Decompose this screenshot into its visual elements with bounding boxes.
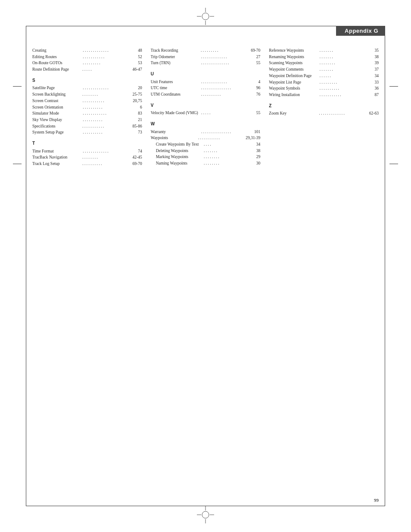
list-item: Warranty . . . . . . . . . . . . . . . 1…	[151, 129, 261, 135]
list-item: Velocity Made Good (VMG) . . . . . 55	[151, 110, 261, 116]
list-item: Satellite Page . . . . . . . . . . . . .…	[32, 85, 142, 91]
section-header-w: W	[151, 121, 261, 128]
list-item: Unit Features . . . . . . . . . . . . . …	[151, 79, 261, 85]
column-1: Creating . . . . . . . . . . . . . 48 Ed…	[32, 47, 142, 171]
list-item: UTM Coordinates . . . . . . . . . . 76	[151, 91, 261, 98]
left-border	[26, 26, 26, 506]
svg-point-0	[202, 13, 209, 20]
col2-section-v: V Velocity Made Good (VMG) . . . . . 55	[151, 102, 261, 116]
list-item: On-Route GOTOs . . . . . . . . . 53	[32, 60, 142, 66]
list-item: Waypoint List Page . . . . . . . . . 33	[269, 79, 379, 86]
list-item: Wiring Installation . . . . . . . . . . …	[269, 92, 379, 98]
crosshair-top	[197, 8, 214, 26]
list-item: Trip Odometer . . . . . . . . . . . . . …	[151, 54, 261, 60]
margin-mark	[389, 86, 398, 87]
list-item: Renaming Waypoints . . . . . . . 38	[269, 54, 379, 60]
list-item: Sky View Display . . . . . . . . . . 21	[32, 117, 142, 123]
column-2: Track Recording . . . . . . . . . 69-70 …	[151, 47, 261, 171]
list-item: Screen Backlighting . . . . . . . . 25-7…	[32, 91, 142, 98]
content-area: Creating . . . . . . . . . . . . . 48 Ed…	[32, 34, 379, 498]
list-item: Simulator Mode . . . . . . . . . . . . 8…	[32, 110, 142, 117]
list-item: Specifications . . . . . . . . . . . 85-…	[32, 123, 142, 130]
list-item: Waypoints . . . . . . . . . . . 29,31-39	[151, 135, 261, 141]
col3-top-entries: Reference Waypoints . . . . . . . 35 Ren…	[269, 47, 379, 98]
col2-section-w: W Warranty . . . . . . . . . . . . . . .…	[151, 121, 261, 167]
list-item: Route Definition Page . . . . . 46-47	[32, 66, 142, 73]
list-item: Create Waypoints By Text . . . . 34	[151, 141, 261, 148]
col1-section-t: T Time Format . . . . . . . . . . . . . …	[32, 140, 142, 167]
list-item: TracBack Navigation . . . . . . . . 42-4…	[32, 154, 142, 161]
list-item: System Setup Page . . . . . . . . . . 73	[32, 129, 142, 136]
list-item: Zoom Key . . . . . . . . . . . . . 62-63	[269, 110, 379, 117]
list-item: UTC time . . . . . . . . . . . . . . . 9…	[151, 85, 261, 91]
col1-top-entries: Creating . . . . . . . . . . . . . 48 Ed…	[32, 47, 142, 73]
col3-section-z: Z Zoom Key . . . . . . . . . . . . . 62-…	[269, 103, 379, 117]
list-item: Waypoint Symbols . . . . . . . . . . 36	[269, 85, 379, 92]
page: Appendix G Creating . . . . . . . . . . …	[0, 0, 411, 532]
column-3: Reference Waypoints . . . . . . . 35 Ren…	[269, 47, 379, 171]
list-item: Reference Waypoints . . . . . . . 35	[269, 47, 379, 54]
svg-point-5	[202, 511, 209, 518]
index-columns: Creating . . . . . . . . . . . . . 48 Ed…	[32, 34, 379, 171]
margin-mark	[13, 164, 22, 164]
col2-section-u: U Unit Features . . . . . . . . . . . . …	[151, 71, 261, 98]
margin-mark	[13, 86, 22, 87]
list-item: Creating . . . . . . . . . . . . . 48	[32, 47, 142, 54]
list-item: Scanning Waypoints . . . . . . . . 39	[269, 60, 379, 66]
list-item: Screen Contrast . . . . . . . . . . . 20…	[32, 98, 142, 104]
right-border	[385, 26, 385, 506]
section-header-s: S	[32, 77, 142, 84]
list-item: Deleting Waypoints . . . . . . . 38	[151, 148, 261, 154]
col1-section-s: S Satellite Page . . . . . . . . . . . .…	[32, 77, 142, 136]
list-item: Waypoint Definition Page . . . . . . 34	[269, 73, 379, 79]
list-item: Turn (TRN) . . . . . . . . . . . . . . 5…	[151, 60, 261, 66]
list-item: Marking Waypoints . . . . . . . . 29	[151, 154, 261, 160]
list-item: Editing Routes . . . . . . . . . . . 52	[32, 54, 142, 60]
list-item: Time Format . . . . . . . . . . . . . 74	[32, 148, 142, 155]
page-number: 99	[374, 498, 379, 503]
list-item: Waypoint Comments . . . . . . . 37	[269, 66, 379, 73]
margin-mark	[389, 164, 398, 164]
crosshair-bottom	[197, 506, 214, 524]
section-header-v: V	[151, 102, 261, 109]
list-item: Naming Waypoints . . . . . . . . 30	[151, 160, 261, 167]
section-header-u: U	[151, 71, 261, 78]
list-item: Track Recording . . . . . . . . . 69-70	[151, 47, 261, 54]
col2-top-entries: Track Recording . . . . . . . . . 69-70 …	[151, 47, 261, 66]
section-header-z: Z	[269, 103, 379, 109]
section-header-t: T	[32, 140, 142, 147]
list-item: Track Log Setup . . . . . . . . . . 69-7…	[32, 161, 142, 167]
top-border	[26, 26, 385, 26]
list-item: Screen Orientation . . . . . . . . . . 6	[32, 104, 142, 111]
